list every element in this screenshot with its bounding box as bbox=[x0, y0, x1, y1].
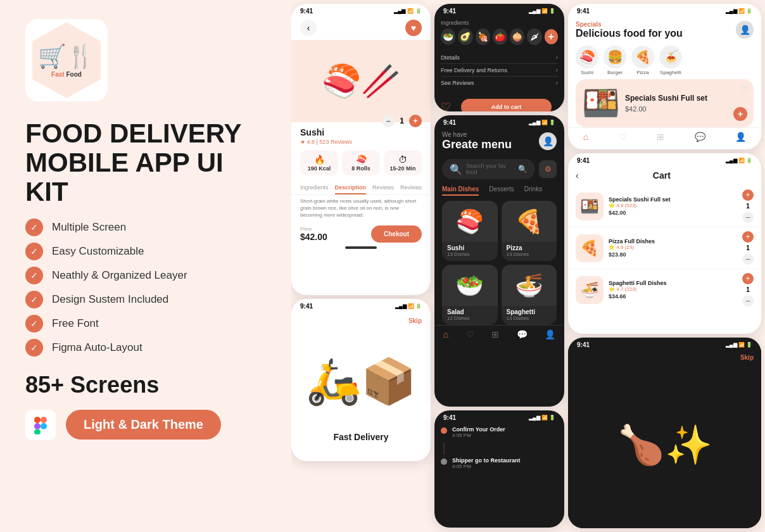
food-card-sushi[interactable]: 🍣 Sushi 13 Dishes bbox=[442, 201, 498, 261]
tab-reviews2[interactable]: Reviews bbox=[400, 184, 422, 194]
tab-reviews1[interactable]: Reviews bbox=[372, 184, 394, 194]
item-rating: ⭐ 4.9 (23) bbox=[609, 244, 737, 250]
nav-home-icon[interactable]: ⌂ bbox=[443, 329, 448, 339]
cat-chip-pizza[interactable]: 🍕 Pizza bbox=[631, 46, 654, 75]
bottom-nav-light[interactable]: ⌂ ♡ ⊞ 💬 👤 bbox=[568, 127, 761, 146]
nav-home-icon[interactable]: ⌂ bbox=[583, 132, 588, 142]
qty-minus-button[interactable]: – bbox=[742, 253, 754, 265]
details-row[interactable]: Dtetails › bbox=[441, 51, 558, 64]
nav-profile-icon[interactable]: 👤 bbox=[545, 329, 555, 339]
check-icon: ✓ bbox=[25, 339, 43, 357]
nav-heart-icon[interactable]: ♡ bbox=[466, 329, 474, 339]
qty-minus-button[interactable]: – bbox=[382, 115, 395, 127]
cat-chip-burger[interactable]: 🍔 Burger bbox=[604, 46, 626, 75]
qty-plus-button[interactable]: + bbox=[409, 115, 422, 127]
qty-add-button[interactable]: + bbox=[742, 273, 754, 284]
food-name: Salad bbox=[442, 306, 498, 315]
qty-add-button[interactable]: + bbox=[742, 231, 754, 243]
status-icons: ▂▄▆ 📶 🔋 bbox=[529, 120, 555, 125]
cat-tab-desserts[interactable]: Desserts bbox=[489, 186, 514, 196]
cat-tab-drinks[interactable]: Drinks bbox=[524, 186, 542, 196]
skip-button[interactable]: Skip bbox=[740, 354, 754, 361]
back-button[interactable]: ‹ bbox=[576, 170, 579, 180]
chip-label: Pizza bbox=[636, 70, 649, 75]
food-dishes: 12 Dishes bbox=[442, 315, 498, 321]
tracking-label: Shipper go to Restaurant bbox=[452, 457, 521, 464]
tab-ingredients[interactable]: Ingredients bbox=[300, 184, 329, 194]
food-card-pizza[interactable]: 🍕 Pizza 13 Dishes bbox=[502, 201, 557, 261]
featured-card[interactable]: ♡ 🍱 Specials Sushi Full set $42.00 + bbox=[576, 79, 754, 127]
qty-add-button[interactable]: + bbox=[742, 189, 754, 201]
tab-description[interactable]: Description bbox=[335, 184, 367, 194]
chip-label: Sushi bbox=[581, 70, 593, 75]
nav-grid-icon[interactable]: ⊞ bbox=[657, 132, 664, 142]
nav-heart-icon[interactable]: ♡ bbox=[619, 132, 627, 142]
add-ingredient-button[interactable]: + bbox=[545, 29, 558, 44]
nutrition-time: ⏱ 15-20 Min bbox=[384, 150, 422, 175]
quantity-control[interactable]: – 1 + bbox=[382, 115, 422, 127]
nutrition-calories: 🔥 190 Kcal bbox=[300, 150, 338, 175]
chip-label: Spaghetti bbox=[660, 70, 681, 75]
featured-heart-icon[interactable]: ♡ bbox=[740, 84, 749, 94]
detail-tabs[interactable]: Ingredients Description Reviews Reviews bbox=[291, 184, 431, 195]
user-avatar: 👤 bbox=[539, 132, 557, 150]
nutrition-rolls: 🍣 8 Rolls bbox=[342, 150, 380, 175]
theme-badge[interactable]: Light & Dark Theme bbox=[66, 410, 221, 440]
calories-icon: 🔥 bbox=[314, 155, 325, 165]
add-to-cart-button[interactable]: Add to cart bbox=[461, 99, 552, 111]
tracking-time: 4:05 PM bbox=[452, 433, 505, 438]
delivery-onboard-phone: 9:41 ▂▄▆ 📶 🔋 Skip 🛵📦 Fast Delivery bbox=[291, 299, 431, 461]
favorite-button[interactable]: ♥ bbox=[405, 20, 422, 36]
cart-item-info: Specials Sushi Full set ⭐ 4.8 (523) $42.… bbox=[609, 196, 737, 216]
col-phones-center: 9:41 ▂▄▆ 📶 🔋 ‹ ♥ 🍣🥢 Sushi ★ bbox=[291, 4, 431, 528]
search-row[interactable]: 🔍 Search your fav food 🔍 ⚙ bbox=[434, 155, 564, 183]
reviews-label: See Reviews bbox=[441, 80, 474, 86]
cat-chip-spaghetti[interactable]: 🍝 Spaghetti bbox=[659, 46, 682, 75]
status-bar: 9:41 ▂▄▆ 📶 🔋 bbox=[568, 4, 761, 16]
cart-qty[interactable]: + 1 – bbox=[742, 189, 754, 223]
cart-qty[interactable]: + 1 – bbox=[742, 273, 754, 307]
check-icon: ✓ bbox=[25, 291, 43, 308]
qty-minus-button[interactable]: – bbox=[742, 212, 754, 223]
filter-button[interactable]: ⚙ bbox=[539, 160, 557, 178]
search-box[interactable]: 🔍 Search your fav food 🔍 bbox=[442, 159, 535, 179]
wifi-icon: 📶 bbox=[407, 8, 414, 14]
qty-minus-button[interactable]: – bbox=[742, 295, 754, 307]
nav-profile-icon[interactable]: 👤 bbox=[735, 132, 746, 142]
category-chips[interactable]: 🍣 Sushi 🍔 Burger 🍕 Pizza 🍝 Spaghetti bbox=[568, 42, 761, 79]
nav-grid-icon[interactable]: ⊞ bbox=[491, 329, 499, 339]
skip-button[interactable]: Skip bbox=[408, 317, 422, 324]
title-line1: FOOD DELIVERY bbox=[25, 119, 266, 148]
back-button[interactable]: ‹ bbox=[300, 20, 317, 36]
reviews-row[interactable]: See Reviews › bbox=[441, 77, 558, 89]
cart-phone: 9:41 ▂▄▆ 📶 🔋 ‹ Cart 🍱 Specials Sushi Ful… bbox=[568, 153, 761, 334]
price-value: $42.00 bbox=[300, 232, 327, 242]
logo-text-fast: Fast bbox=[51, 71, 65, 78]
delivery-row[interactable]: Free Delivery and Returns › bbox=[441, 64, 558, 77]
category-tabs[interactable]: Main Dishes Desserts Drinks bbox=[434, 183, 564, 198]
heart-outline-icon[interactable]: ♡ bbox=[441, 100, 451, 111]
feature-item: ✓ Neathly & Organized Leayer bbox=[25, 267, 266, 284]
logo-text: Fast Food bbox=[51, 71, 82, 78]
cat-tab-main[interactable]: Main Dishes bbox=[442, 186, 479, 196]
price-row: Price $42.00 Chekout bbox=[291, 222, 431, 246]
description-text: Short-grain white riceis usually used, a… bbox=[291, 198, 431, 219]
sushi-nav-header: ‹ ♥ bbox=[291, 16, 431, 40]
cat-chip-sushi[interactable]: 🍣 Sushi bbox=[576, 46, 598, 75]
feature-item: ✓ Multiple Screen bbox=[25, 218, 266, 236]
checkout-button[interactable]: Chekout bbox=[371, 225, 422, 243]
feature-label: Design Sustem Included bbox=[52, 293, 168, 306]
svg-rect-1 bbox=[41, 417, 47, 423]
feature-label: Figma Auto-Layout bbox=[52, 341, 142, 354]
status-time: 9:41 bbox=[300, 8, 313, 15]
food-card-salad[interactable]: 🥗 Salad 12 Dishes bbox=[442, 265, 498, 325]
cart-qty[interactable]: + 1 – bbox=[742, 231, 754, 265]
nav-chat-icon[interactable]: 💬 bbox=[517, 329, 528, 339]
nav-chat-icon[interactable]: 💬 bbox=[695, 132, 705, 142]
status-icons: ▂▄▆ 📶 🔋 bbox=[529, 8, 555, 14]
featured-add-button[interactable]: + bbox=[733, 107, 747, 121]
bottom-nav-dark[interactable]: ⌂ ♡ ⊞ 💬 👤 bbox=[434, 325, 564, 343]
tracking-dot-done bbox=[441, 459, 447, 465]
food-name: Pizza bbox=[502, 242, 557, 251]
food-card-spaghetti[interactable]: 🍜 Spaghetti 13 Dishes bbox=[502, 265, 557, 325]
